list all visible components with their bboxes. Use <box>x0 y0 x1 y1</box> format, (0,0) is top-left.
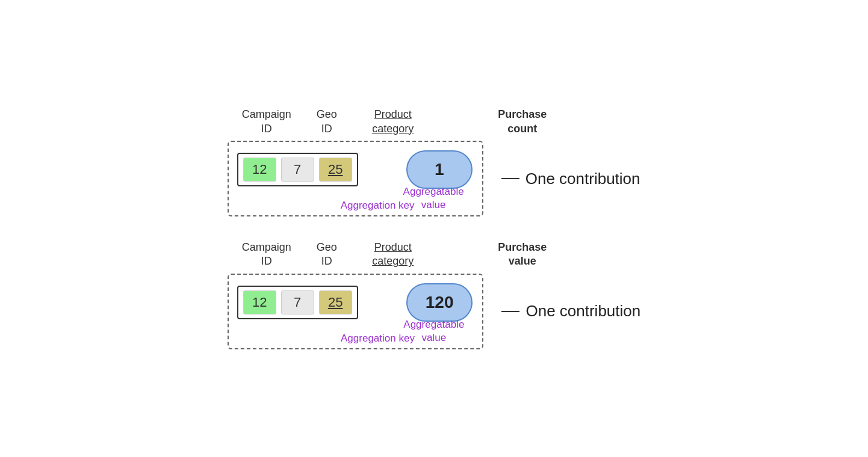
header-product-1: Productcategory <box>354 108 432 136</box>
outer-dashed-2: 12 7 25 120 Aggregation key Aggregatable… <box>228 274 484 349</box>
aggregatable-value-1: 1 <box>406 150 473 189</box>
header-purchase-2: Purchasevalue <box>480 241 565 269</box>
campaign-cell-1: 12 <box>243 158 276 182</box>
aggregatable-value-2: 120 <box>406 283 473 322</box>
key-box-2: 12 7 25 <box>237 286 358 319</box>
aggregatable-value-label-1: Aggregatablevalue <box>403 185 464 212</box>
campaign-cell-2: 12 <box>243 290 276 314</box>
contribution-label-area-1: One contribution <box>501 170 640 188</box>
contribution-text-1: One contribution <box>525 170 640 188</box>
value-wrapper-2: 120 <box>382 283 473 322</box>
full-row-2: 12 7 25 120 Aggregation key Aggregatable… <box>228 274 641 349</box>
contribution-text-2: One contribution <box>525 302 640 321</box>
contribution-label-area-2: One contribution <box>501 302 640 321</box>
contribution-block-1: CampaignID GeoID Productcategory Purchas… <box>228 108 641 216</box>
main-diagram: CampaignID GeoID Productcategory Purchas… <box>215 96 653 361</box>
geo-cell-2: 7 <box>281 290 314 314</box>
headers-row-1: CampaignID GeoID Productcategory Purchas… <box>228 108 641 136</box>
header-geo-1: GeoID <box>300 108 354 136</box>
header-purchase-1: Purchasecount <box>480 108 565 136</box>
header-campaign-1: CampaignID <box>234 108 300 136</box>
contribution-block-2: CampaignID GeoID Productcategory Purchas… <box>228 241 641 349</box>
value-wrapper-1: 1 <box>382 150 473 189</box>
headers-row-2: CampaignID GeoID Productcategory Purchas… <box>228 241 641 269</box>
key-box-1: 12 7 25 <box>237 153 358 186</box>
product-cell-2: 25 <box>319 290 352 314</box>
header-product-2: Productcategory <box>354 241 432 269</box>
header-geo-2: GeoID <box>300 241 354 269</box>
full-row-1: 12 7 25 1 Aggregation key Aggregatableva… <box>228 141 641 216</box>
outer-dashed-1: 12 7 25 1 Aggregation key Aggregatableva… <box>228 141 483 216</box>
aggregatable-value-label-2: Aggregatablevalue <box>403 318 464 345</box>
connector-line-2 <box>501 311 519 312</box>
header-campaign-2: CampaignID <box>234 241 300 269</box>
product-cell-1: 25 <box>319 158 352 182</box>
connector-line-1 <box>501 178 519 179</box>
geo-cell-1: 7 <box>281 158 314 182</box>
